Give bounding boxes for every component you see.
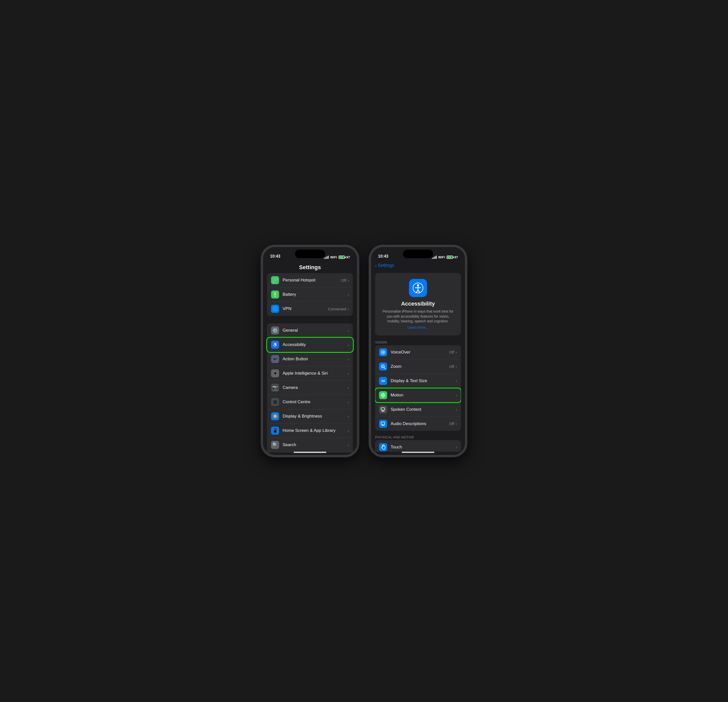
row-vpn[interactable]: 🌐 VPN Connected › [267,302,353,316]
row-motion[interactable]: Motion › [375,388,461,402]
status-time-left: 10:43 [270,254,280,259]
voiceover-chevron: › [456,350,457,354]
control-centre-label: Control Centre [283,399,348,405]
action-button-chevron: › [348,357,349,361]
row-personal-hotspot[interactable]: 🔗 Personal Hotspot Off › [267,273,353,287]
svg-point-7 [383,352,384,353]
row-voiceover[interactable]: VoiceOver Off › [375,345,461,359]
row-control-centre[interactable]: ⊞ Control Centre › [267,395,353,409]
zoom-icon [379,363,387,370]
spoken-content-chevron: › [456,407,457,411]
settings-group-2: ⚙️ General › ♿ Accessibility › ↩ Action … [267,323,353,453]
battery-pct-left: 97 [347,255,350,259]
vpn-icon: 🌐 [271,305,279,313]
zoom-chevron: › [456,364,457,369]
general-label: General [283,328,348,333]
dynamic-island [295,249,325,258]
search-icon: 🔍 [271,441,279,449]
row-camera[interactable]: 📷 Camera › [267,381,353,395]
display-brightness-label: Display & Brightness [283,414,348,419]
action-button-icon: ↩ [271,355,279,363]
status-icons-left: WiFi 97 [324,255,350,259]
voiceover-value: Off [449,350,454,354]
settings-group-1: 🔗 Personal Hotspot Off › 🔋 Battery › 🌐 [267,273,353,316]
row-touch[interactable]: Touch › [375,440,461,452]
camera-label: Camera [283,385,348,390]
row-accessibility[interactable]: ♿ Accessibility › [267,338,353,352]
row-battery[interactable]: 🔋 Battery › [267,287,353,302]
wifi-icon-right: WiFi [438,255,445,259]
row-audio-descriptions[interactable]: Audio Descriptions Off › [375,417,461,431]
apple-intelligence-chevron: › [348,371,349,376]
motion-icon [379,391,387,399]
physical-motor-section-label: PHYSICAL AND MOTOR [371,433,465,440]
touch-icon [379,443,387,451]
svg-point-9 [382,366,383,367]
signal-icon [324,256,329,259]
spoken-content-icon [379,405,387,414]
audio-descriptions-value: Off [449,422,454,426]
row-general[interactable]: ⚙️ General › [267,323,353,338]
display-brightness-icon: ☀️ [271,412,279,420]
signal-icon-right [432,256,436,259]
control-centre-icon: ⊞ [271,398,279,406]
row-zoom[interactable]: Zoom Off › [375,359,461,374]
vision-rows: VoiceOver Off › Zoom Of [375,345,461,431]
display-text-chevron: › [456,379,457,383]
display-text-label: Display & Text Size [391,378,456,383]
row-apple-intelligence[interactable]: ✦ Apple Intelligence & Siri › [267,366,353,381]
vpn-value: Connected [328,307,346,311]
accessibility-page-title: Accessibility [380,301,456,307]
row-display-text-size[interactable]: AA Display & Text Size › [375,374,461,388]
audio-descriptions-icon [379,420,387,428]
svg-line-10 [384,368,385,369]
battery-chevron: › [348,293,349,297]
display-brightness-chevron: › [348,414,349,418]
voiceover-label: VoiceOver [391,350,449,355]
row-display-brightness[interactable]: ☀️ Display & Brightness › [267,409,353,424]
action-button-label: Action Button [283,356,348,362]
search-label: Search [283,443,348,447]
accessibility-icon: ♿ [271,341,279,349]
left-screen-content: Settings 🔗 Personal Hotspot Off › 🔋 [263,261,357,455]
row-search[interactable]: 🔍 Search › [267,438,353,452]
back-chevron-icon: ‹ [375,262,377,268]
vision-section-label: VISION [371,339,465,345]
battery-label: Battery [283,292,348,297]
dynamic-island-right [403,249,433,258]
apple-intelligence-label: Apple Intelligence & Siri [283,371,348,376]
home-indicator-left [294,452,326,453]
home-screen-chevron: › [348,428,349,433]
svg-rect-20 [381,422,384,425]
battery-row-icon: 🔋 [271,291,279,298]
voiceover-icon [379,348,387,356]
back-button[interactable]: ‹ Settings [371,261,465,270]
vpn-label: VPN [283,306,328,311]
right-phone: 10:43 WiFi 97 ‹ Settings [369,245,467,457]
settings-title: Settings [268,264,352,271]
audio-descriptions-label: Audio Descriptions [391,421,449,426]
settings-header: Settings [263,261,357,273]
row-spoken-content[interactable]: Spoken Content › [375,402,461,417]
personal-hotspot-label: Personal Hotspot [283,278,341,283]
audio-descriptions-chevron: › [456,422,457,426]
wifi-icon: WiFi [330,255,337,259]
control-centre-chevron: › [348,400,349,404]
row-action-button[interactable]: ↩ Action Button › [267,352,353,366]
status-icons-right: WiFi 97 [432,255,458,259]
camera-icon: 📷 [271,383,279,392]
svg-line-5 [418,290,420,293]
svg-rect-17 [381,408,384,410]
phones-container: 10:43 WiFi 97 Settings [261,245,467,457]
search-chevron: › [348,443,349,447]
home-indicator-right [402,452,434,453]
status-time-right: 10:43 [378,254,389,259]
home-screen-icon: 📱 [271,427,279,435]
physical-motor-rows: Touch › [375,440,461,452]
accessibility-label: Accessibility [283,342,348,347]
row-home-screen[interactable]: 📱 Home Screen & App Library › [267,424,353,438]
apple-intelligence-icon: ✦ [271,369,279,378]
svg-line-4 [416,290,418,293]
learn-more-link[interactable]: Learn more... [380,326,456,329]
accessibility-chevron: › [348,343,349,347]
